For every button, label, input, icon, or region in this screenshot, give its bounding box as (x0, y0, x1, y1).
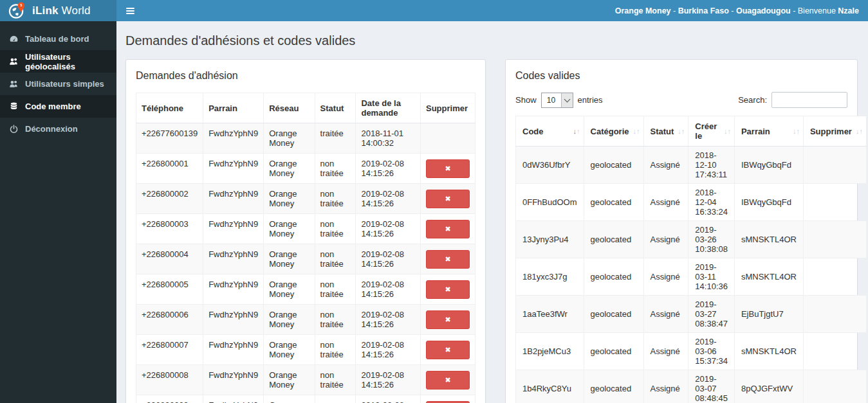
sidebar-item-label: Utilisateurs géolocalisés (25, 52, 107, 71)
sort-icon: ↓↑ (724, 128, 731, 135)
delete-button[interactable]: ✖ (426, 371, 470, 390)
sidebar-item-label: Déconnexion (25, 124, 78, 134)
search-input[interactable] (771, 92, 847, 108)
sidebar: Tableau de bordUtilisateurs géolocalisés… (0, 21, 116, 403)
sidebar-item-dashboard[interactable]: Tableau de bord (0, 28, 116, 50)
svg-text:$: $ (20, 3, 22, 7)
column-header: Réseau (264, 93, 315, 123)
table-row: 0dW36UfbrYgeolocatedAssigné2018-12-10 17… (516, 147, 867, 184)
column-header: Supprimer (420, 93, 475, 123)
page-length-select[interactable]: 10 (541, 93, 573, 108)
table-row: +226800001FwdhzYphN9Orange Moneynon trai… (136, 154, 476, 184)
table-row: 1B2pjeMCu3geolocatedAssigné2019-03-06 15… (516, 333, 867, 370)
database-icon (9, 102, 19, 111)
page-title: Demandes d'adhésions et codes valides (125, 33, 858, 48)
sidebar-item-label: Code membre (25, 102, 81, 111)
delete-button[interactable]: ✖ (426, 159, 470, 178)
table-row: 1b4RkyC8YugeolocatedAssigné2019-03-07 08… (516, 370, 867, 403)
table-row: +226800007FwdhzYphN9Orange Moneynon trai… (136, 335, 476, 365)
user-context: Orange Money - Burkina Faso - Ouagadougo… (615, 6, 868, 15)
sidebar-item-users-simple[interactable]: Utilisateurs simples (0, 73, 116, 95)
column-header: Date de la demande (356, 93, 421, 123)
length-label-after: entries (578, 95, 603, 105)
delete-button[interactable]: ✖ (426, 220, 470, 238)
sidebar-toggle-button[interactable] (116, 0, 143, 21)
table-row: 181yxc3J7ggeolocatedAssigné2019-03-11 14… (516, 258, 867, 296)
sidebar-item-users-geolocated[interactable]: Utilisateurs géolocalisés (0, 50, 116, 73)
table-row: 1aaTee3fWrgeolocatedAssigné2019-03-27 08… (516, 296, 867, 333)
sort-icon: ↓↑ (856, 128, 863, 135)
delete-button[interactable]: ✖ (426, 250, 470, 269)
table-row: +226800003FwdhzYphN9Orange Moneynon trai… (136, 214, 476, 244)
sort-icon: ↓↑ (678, 128, 685, 135)
table-row: +226800009FwdhzYphN9Orange Moneynon trai… (136, 395, 476, 403)
delete-button[interactable]: ✖ (426, 310, 470, 329)
sidebar-item-label: Tableau de bord (25, 34, 89, 44)
delete-button[interactable]: ✖ (426, 401, 470, 403)
table-row: +226800002FwdhzYphN9Orange Moneynon trai… (136, 184, 476, 214)
delete-button[interactable]: ✖ (426, 190, 470, 208)
sidebar-item-logout[interactable]: Déconnexion (0, 118, 116, 140)
chevron-down-icon (561, 93, 573, 107)
sort-icon: ↓↑ (633, 128, 640, 135)
column-header-code[interactable]: Code↓↑ (516, 116, 584, 147)
brand-link[interactable]: $ iLink World (0, 0, 116, 21)
delete-button[interactable]: ✖ (426, 280, 470, 299)
top-navbar: $ iLink World Orange Money - Burkina Fas… (0, 0, 868, 21)
table-row: +226800006FwdhzYphN9Orange Moneynon trai… (136, 305, 476, 335)
main-content: Demandes d'adhésions et codes valides De… (116, 21, 868, 403)
panel-codes: Codes valides Show 10 entries Search: Co… (505, 59, 858, 403)
sidebar-item-label: Utilisateurs simples (25, 79, 104, 89)
column-header-parrain[interactable]: Parrain↓↑ (734, 116, 803, 147)
column-header: Parrain (203, 93, 264, 123)
sort-icon: ↓↑ (573, 128, 580, 135)
table-row: +226800005FwdhzYphN9Orange Moneynon trai… (136, 274, 476, 305)
column-header: Téléphone (136, 93, 203, 123)
users-icon (9, 57, 19, 66)
demandes-panel-title: Demandes d'adhésion (136, 70, 476, 82)
codes-panel-title: Codes valides (515, 70, 847, 82)
table-row: +22677600139FwdhzYphN9Orange Moneytraité… (136, 123, 476, 154)
users-icon (9, 79, 19, 89)
power-icon (9, 124, 19, 134)
table-row: 0FFhBudOOmgeolocatedAssigné2018-12-04 16… (516, 184, 867, 221)
search-control: Search: (738, 92, 847, 108)
table-row: +226800004FwdhzYphN9Orange Moneynon trai… (136, 244, 476, 274)
app-logo-icon: $ (8, 1, 26, 20)
length-label-before: Show (515, 95, 537, 105)
panel-demandes: Demandes d'adhésion TéléphoneParrainRése… (125, 59, 486, 403)
delete-button[interactable]: ✖ (426, 341, 470, 359)
search-label: Search: (738, 95, 767, 105)
column-header-cr-er-le[interactable]: Créer le↓↑ (688, 116, 735, 147)
sidebar-item-member-code[interactable]: Code membre (0, 95, 116, 118)
dashboard-icon (9, 34, 19, 44)
column-header-cat-gorie[interactable]: Catégorie↓↑ (584, 116, 643, 147)
column-header-statut[interactable]: Statut↓↑ (643, 116, 688, 147)
column-header: Statut (315, 93, 356, 123)
brand-title: iLink World (32, 4, 91, 17)
codes-table: Code↓↑Catégorie↓↑Statut↓↑Créer le↓↑Parra… (515, 116, 867, 403)
sort-icon: ↓↑ (793, 128, 800, 135)
demandes-table: TéléphoneParrainRéseauStatutDate de la d… (136, 93, 476, 403)
table-row: +226800008FwdhzYphN9Orange Moneynon trai… (136, 365, 476, 395)
table-row: 13Jyny3Pu4geolocatedAssigné2019-03-26 10… (516, 221, 867, 258)
column-header-supprimer[interactable]: Supprimer↓↑ (803, 116, 866, 147)
page-length-control: Show 10 entries (515, 93, 603, 108)
